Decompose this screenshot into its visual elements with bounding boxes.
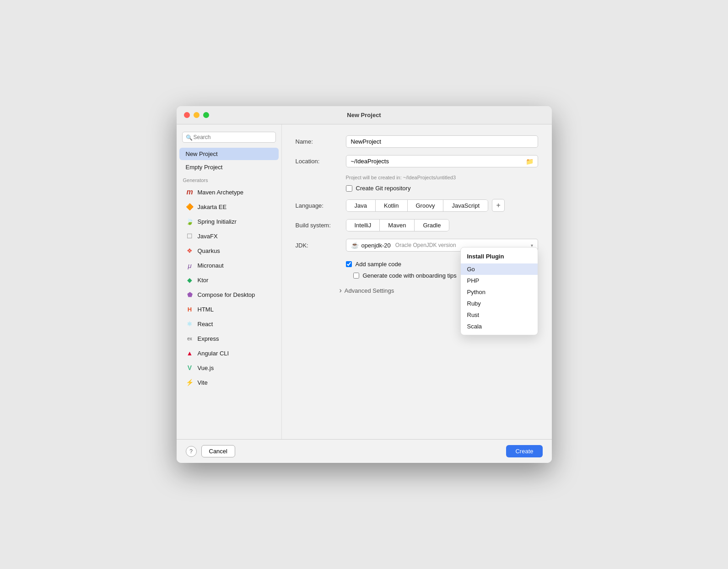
help-button[interactable]: ? [186,446,197,457]
sidebar-item-new-project[interactable]: New Project [179,148,279,160]
generators-section-label: Generators [177,174,281,185]
footer-left: ? Cancel [186,445,235,457]
sidebar-item-html[interactable]: H HTML [179,302,279,316]
main-content: Name: Location: 📁 Project will be create… [282,124,552,439]
lang-kotlin-btn[interactable]: Kotlin [376,200,408,211]
build-intellij-btn[interactable]: IntelliJ [346,220,380,231]
spring-icon: 🍃 [186,217,194,225]
sidebar-item-maven[interactable]: m Maven Archetype [179,185,279,199]
lang-javascript-btn[interactable]: JavaScript [443,200,488,211]
language-control: Java Kotlin Groovy JavaScript + [346,199,505,212]
location-input[interactable] [346,155,538,167]
build-segment: IntelliJ Maven Gradle [346,219,450,231]
sidebar-item-spring[interactable]: 🍃 Spring Initializr [179,215,279,228]
create-button[interactable]: Create [506,445,542,457]
html-icon: H [186,305,194,313]
title-bar: New Project [177,106,552,124]
build-gradle-btn[interactable]: Gradle [415,220,449,231]
express-icon: ex [186,334,194,343]
name-input[interactable] [346,135,538,148]
plugin-rust-item[interactable]: Rust [461,309,538,321]
html-label: HTML [198,306,214,313]
git-repo-row: Create Git repository [346,185,538,192]
search-input[interactable] [182,132,276,143]
compose-icon: ⬟ [186,290,194,299]
empty-project-label: Empty Project [186,164,223,171]
language-label: Language: [296,202,346,209]
advanced-chevron-icon: › [340,286,342,295]
build-label: Build system: [296,222,346,229]
sidebar-item-ktor[interactable]: ◆ Ktor [179,273,279,287]
location-row: Location: 📁 [296,155,538,167]
add-sample-label[interactable]: Add sample code [356,261,401,268]
close-button[interactable] [184,112,190,118]
jdk-description: Oracle OpenJDK version [395,242,456,248]
plugin-python-item[interactable]: Python [461,286,538,298]
location-hint: Project will be created in: ~/IdeaProjec… [346,175,538,180]
build-maven-btn[interactable]: Maven [380,220,415,231]
lang-java-btn[interactable]: Java [346,200,376,211]
jdk-version: openjdk-20 [361,242,391,249]
plugin-scala-item[interactable]: Scala [461,321,538,332]
sidebar-item-compose[interactable]: ⬟ Compose for Desktop [179,288,279,301]
maven-icon: m [186,188,194,196]
name-control [346,135,538,148]
search-box: 🔍 [177,129,281,147]
new-project-dialog: New Project 🔍 New Project Empty Project … [177,106,552,463]
sidebar-item-angular[interactable]: ▲ Angular CLI [179,346,279,360]
sidebar-item-vue[interactable]: V Vue.js [179,361,279,375]
micronaut-label: Micronaut [198,262,224,269]
plugin-go-item[interactable]: Go [461,263,538,275]
javafx-icon: ☐ [186,232,194,240]
name-label: Name: [296,138,346,145]
sidebar-item-react[interactable]: ⚛ React [179,317,279,331]
jdk-inner: ☕ openjdk-20 Oracle OpenJDK version [351,242,456,249]
install-plugin-popup: Install Plugin Go PHP Python Ruby Rust S… [460,247,538,335]
generate-label[interactable]: Generate code with onboarding tips [363,272,457,279]
popup-title: Install Plugin [461,250,538,263]
react-label: React [198,321,213,327]
react-icon: ⚛ [186,320,194,328]
build-row: Build system: IntelliJ Maven Gradle [296,219,538,231]
git-repo-label[interactable]: Create Git repository [356,185,411,192]
vite-label: Vite [198,379,208,386]
generate-code-checkbox[interactable] [353,273,359,279]
add-language-btn[interactable]: + [492,199,505,212]
vue-label: Vue.js [198,365,214,371]
dialog-title: New Project [347,112,381,118]
new-project-label: New Project [186,150,218,157]
add-sample-checkbox[interactable] [346,261,352,267]
sidebar-item-micronaut[interactable]: μ Micronaut [179,258,279,272]
cancel-button[interactable]: Cancel [201,445,235,457]
dialog-footer: ? Cancel Create [177,439,552,463]
lang-groovy-btn[interactable]: Groovy [408,200,444,211]
ktor-icon: ◆ [186,276,194,284]
advanced-label: Advanced Settings [345,287,394,294]
plugin-php-item[interactable]: PHP [461,275,538,286]
vite-icon: ⚡ [186,378,194,386]
maximize-button[interactable] [203,112,209,118]
sidebar-item-jakarta[interactable]: 🔶 Jakarta EE [179,200,279,214]
maven-label: Maven Archetype [198,189,243,196]
jakarta-icon: 🔶 [186,203,194,211]
angular-label: Angular CLI [198,350,229,357]
git-repo-checkbox[interactable] [346,185,352,192]
quarkus-label: Quarkus [198,247,220,254]
name-row: Name: [296,135,538,148]
spring-label: Spring Initializr [198,218,237,225]
minimize-button[interactable] [194,112,200,118]
sidebar-item-javafx[interactable]: ☐ JavaFX [179,229,279,243]
sidebar-item-quarkus[interactable]: ❖ Quarkus [179,244,279,258]
quarkus-icon: ❖ [186,247,194,255]
plugin-ruby-item[interactable]: Ruby [461,298,538,309]
angular-icon: ▲ [186,349,194,357]
sidebar-item-express[interactable]: ex Express [179,332,279,345]
express-label: Express [198,335,219,342]
search-icon: 🔍 [186,134,193,141]
jdk-label: JDK: [296,242,346,249]
jdk-cup-icon: ☕ [351,242,359,249]
language-row: Language: Java Kotlin Groovy JavaScript … [296,199,538,212]
javafx-label: JavaFX [198,233,218,240]
sidebar-item-vite[interactable]: ⚡ Vite [179,376,279,389]
sidebar-item-empty-project[interactable]: Empty Project [179,161,279,173]
